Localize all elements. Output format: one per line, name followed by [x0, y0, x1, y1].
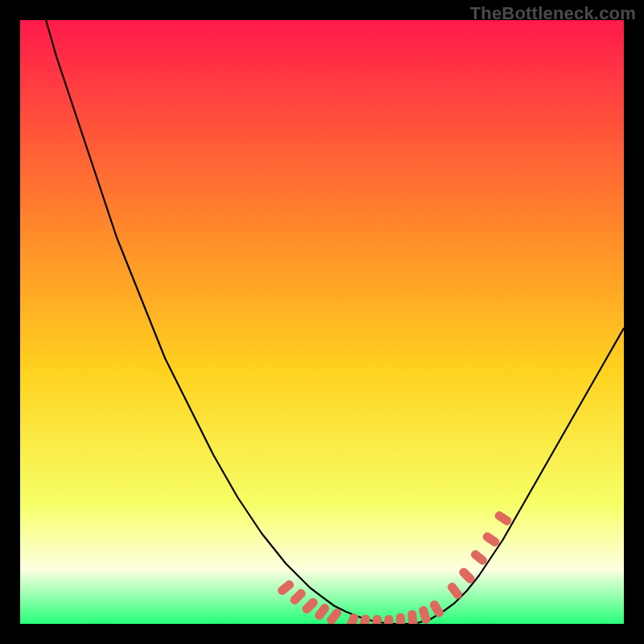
chart-frame: TheBottleneck.com	[0, 0, 644, 644]
chart-background-gradient	[20, 20, 624, 624]
chart-plot-area	[20, 20, 624, 624]
chart-svg	[20, 20, 624, 624]
curve-marker	[396, 613, 405, 624]
watermark-label: TheBottleneck.com	[470, 3, 636, 24]
